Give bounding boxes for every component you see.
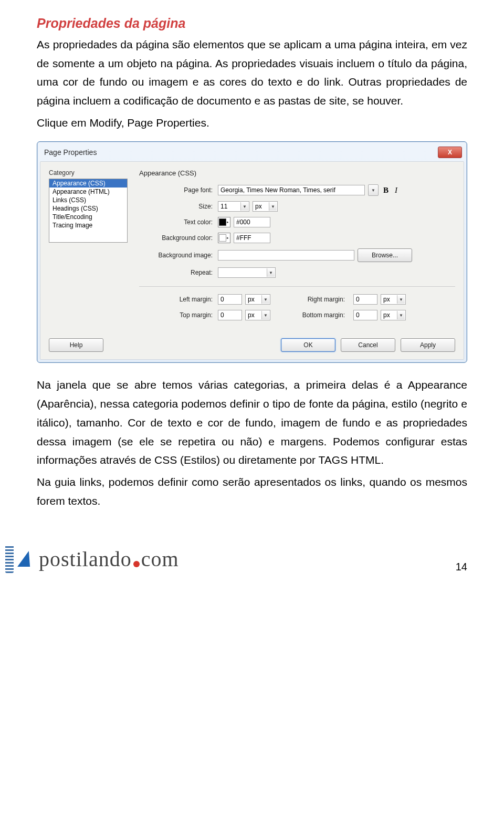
category-label: Category bbox=[49, 169, 128, 176]
size-unit-value: px bbox=[255, 203, 262, 210]
text-color-label: Text color: bbox=[139, 218, 218, 226]
bg-color-swatch[interactable]: ▸ bbox=[218, 233, 230, 243]
logo-text-1: postilando bbox=[39, 547, 132, 571]
chevron-down-icon: ▼ bbox=[240, 202, 248, 211]
text-color-swatch[interactable]: ▸ bbox=[218, 217, 230, 227]
spiral-icon bbox=[5, 545, 14, 573]
help-button[interactable]: Help bbox=[49, 338, 103, 352]
section-heading: Propriedades da página bbox=[37, 16, 467, 31]
right-margin-input[interactable]: 0 bbox=[353, 294, 377, 305]
bottom-margin-unit[interactable]: px▼ bbox=[381, 310, 406, 320]
apply-button[interactable]: Apply bbox=[401, 338, 455, 352]
chevron-down-icon: ▼ bbox=[397, 311, 405, 319]
category-list[interactable]: Appearance (CSS) Appearance (HTML) Links… bbox=[49, 179, 128, 243]
ok-button[interactable]: OK bbox=[281, 338, 335, 352]
page-font-label: Page font: bbox=[139, 186, 218, 194]
bottom-margin-label: Bottom margin: bbox=[292, 311, 350, 319]
category-item-links-css[interactable]: Links (CSS) bbox=[49, 196, 127, 204]
chevron-down-icon: ▼ bbox=[269, 202, 277, 211]
category-item-appearance-css[interactable]: Appearance (CSS) bbox=[49, 179, 127, 188]
chevron-down-icon: ▼ bbox=[397, 295, 405, 304]
intro-paragraph-1: As propriedades da página são elementos … bbox=[37, 35, 467, 110]
explain-paragraph-1: Na janela que se abre temos várias categ… bbox=[37, 376, 467, 469]
size-label: Size: bbox=[139, 203, 218, 210]
size-select[interactable]: 11▼ bbox=[218, 201, 249, 212]
text-color-input[interactable]: #000 bbox=[234, 217, 270, 227]
section-divider bbox=[139, 286, 455, 287]
page-font-value: Georgia, Times New Roman, Times, serif bbox=[220, 186, 335, 194]
page-properties-dialog: Page Properties X Category Appearance (C… bbox=[37, 141, 467, 363]
postilando-logo: postilando com bbox=[5, 545, 179, 573]
bg-color-input[interactable]: #FFF bbox=[234, 233, 270, 243]
intro-paragraph-2: Clique em Modify, Page Properties. bbox=[37, 113, 467, 132]
logo-text-2: com bbox=[141, 547, 179, 571]
top-margin-label: Top margin: bbox=[139, 311, 218, 319]
left-margin-unit[interactable]: px▼ bbox=[245, 294, 270, 305]
bold-toggle[interactable]: B bbox=[382, 186, 390, 195]
page-number: 14 bbox=[456, 561, 467, 573]
size-value: 11 bbox=[220, 203, 227, 210]
left-margin-label: Left margin: bbox=[139, 296, 218, 303]
repeat-select[interactable]: ▼ bbox=[218, 267, 276, 278]
chevron-down-icon: ▼ bbox=[267, 268, 275, 277]
category-item-tracing-image[interactable]: Tracing Image bbox=[49, 221, 127, 230]
chevron-down-icon: ▼ bbox=[261, 295, 269, 304]
dot-icon bbox=[133, 561, 140, 567]
bg-image-label: Background image: bbox=[139, 252, 218, 259]
close-icon: X bbox=[448, 149, 452, 156]
browse-button[interactable]: Browse... bbox=[358, 248, 412, 262]
panel-title: Appearance (CSS) bbox=[139, 169, 455, 177]
category-item-headings-css[interactable]: Headings (CSS) bbox=[49, 204, 127, 213]
dialog-title: Page Properties bbox=[44, 148, 438, 157]
repeat-label: Repeat: bbox=[139, 269, 218, 276]
cancel-button[interactable]: Cancel bbox=[341, 338, 395, 352]
size-unit-select[interactable]: px▼ bbox=[253, 201, 278, 212]
category-item-title-encoding[interactable]: Title/Encoding bbox=[49, 213, 127, 221]
chevron-down-icon[interactable]: ▼ bbox=[368, 184, 379, 196]
dialog-titlebar: Page Properties X bbox=[40, 144, 464, 161]
bg-color-label: Background color: bbox=[139, 234, 218, 242]
italic-toggle[interactable]: I bbox=[393, 186, 399, 195]
page-font-select[interactable]: Georgia, Times New Roman, Times, serif bbox=[218, 185, 365, 195]
right-margin-label: Right margin: bbox=[292, 296, 350, 303]
explain-paragraph-2: Na guia links, podemos definir como serã… bbox=[37, 473, 467, 510]
top-margin-unit[interactable]: px▼ bbox=[245, 310, 270, 320]
bg-image-input[interactable] bbox=[218, 250, 354, 261]
top-margin-input[interactable]: 0 bbox=[218, 310, 242, 320]
close-button[interactable]: X bbox=[438, 147, 462, 158]
category-item-appearance-html[interactable]: Appearance (HTML) bbox=[49, 188, 127, 196]
right-margin-unit[interactable]: px▼ bbox=[381, 294, 406, 305]
triangle-icon bbox=[17, 551, 35, 567]
bottom-margin-input[interactable]: 0 bbox=[353, 310, 377, 320]
left-margin-input[interactable]: 0 bbox=[218, 294, 242, 305]
chevron-down-icon: ▼ bbox=[261, 311, 269, 319]
